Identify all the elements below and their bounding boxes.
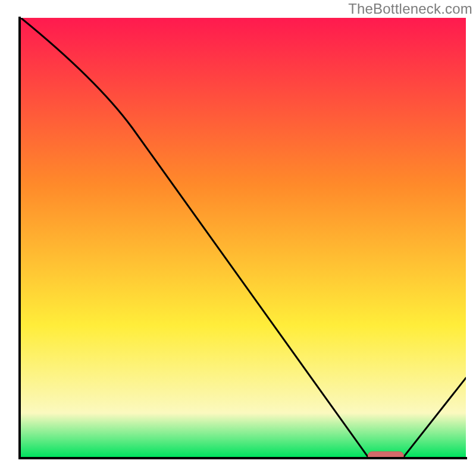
chart-container: TheBottleneck.com — [0, 0, 476, 476]
heatmap-background — [21, 18, 466, 457]
watermark-text: TheBottleneck.com — [348, 1, 472, 17]
bottleneck-chart — [0, 0, 476, 476]
